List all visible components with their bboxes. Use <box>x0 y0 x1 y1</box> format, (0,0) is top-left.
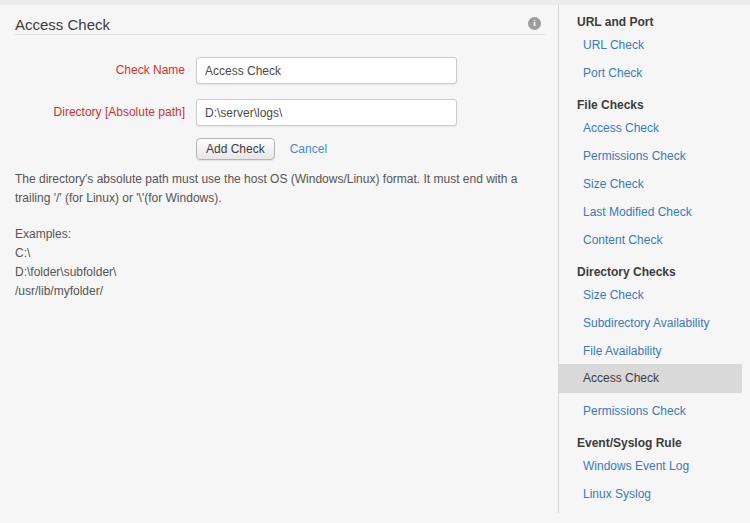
info-icon[interactable]: i <box>528 17 541 30</box>
add-check-button[interactable]: Add Check <box>196 138 275 160</box>
example-path: /usr/lib/myfolder/ <box>15 282 558 301</box>
sidebar-item-permissions-check[interactable]: Permissions Check <box>583 147 750 166</box>
page-title: Access Check <box>15 15 545 34</box>
directory-path-label: Directory [Absolute path] <box>0 99 185 126</box>
sidebar-item-port-check[interactable]: Port Check <box>583 64 750 83</box>
check-form: Check Name Directory [Absolute path] Add… <box>0 57 558 160</box>
directory-path-input[interactable] <box>196 99 457 126</box>
sidebar-section-file-checks: File Checks <box>577 96 750 115</box>
sidebar-item-url-check[interactable]: URL Check <box>583 36 750 55</box>
sidebar-item-access-check[interactable]: Access Check <box>559 364 742 393</box>
sidebar-item-last-modified-check[interactable]: Last Modified Check <box>583 203 750 222</box>
sidebar-item-size-check[interactable]: Size Check <box>583 175 750 194</box>
form-row: Directory [Absolute path] <box>0 99 558 126</box>
examples-block: Examples: C:\D:\folder\subfolder\/usr/li… <box>15 225 558 301</box>
sidebar-item-access-check[interactable]: Access Check <box>583 119 750 138</box>
sidebar-item-content-check[interactable]: Content Check <box>583 231 750 250</box>
example-path: D:\folder\subfolder\ <box>15 263 558 282</box>
sidebar-section-event-syslog-rule: Event/Syslog Rule <box>577 434 750 453</box>
help-text: The directory's absolute path must use t… <box>15 170 553 208</box>
sidebar-nav: URL and PortURL CheckPort CheckFile Chec… <box>559 5 750 504</box>
sidebar-section-directory-checks: Directory Checks <box>577 263 750 282</box>
main-panel: Access Check i Check Name Directory [Abs… <box>0 5 558 301</box>
cancel-link[interactable]: Cancel <box>290 142 327 156</box>
sidebar-item-size-check[interactable]: Size Check <box>583 286 750 305</box>
title-row: Access Check i <box>15 15 545 35</box>
examples-title: Examples: <box>15 225 558 244</box>
sidebar-item-subdirectory-availability[interactable]: Subdirectory Availability <box>583 314 750 333</box>
sidebar-item-linux-syslog[interactable]: Linux Syslog <box>583 485 750 504</box>
sidebar-section-url-and-port: URL and Port <box>577 13 750 32</box>
check-name-input[interactable] <box>196 57 457 84</box>
check-name-label: Check Name <box>0 57 185 84</box>
button-row: Add Check Cancel <box>196 138 558 160</box>
example-path: C:\ <box>15 244 558 263</box>
sidebar-item-windows-event-log[interactable]: Windows Event Log <box>583 457 750 476</box>
form-row: Check Name <box>0 57 558 84</box>
sidebar-item-file-availability[interactable]: File Availability <box>583 342 750 361</box>
sidebar-item-permissions-check[interactable]: Permissions Check <box>583 402 750 421</box>
